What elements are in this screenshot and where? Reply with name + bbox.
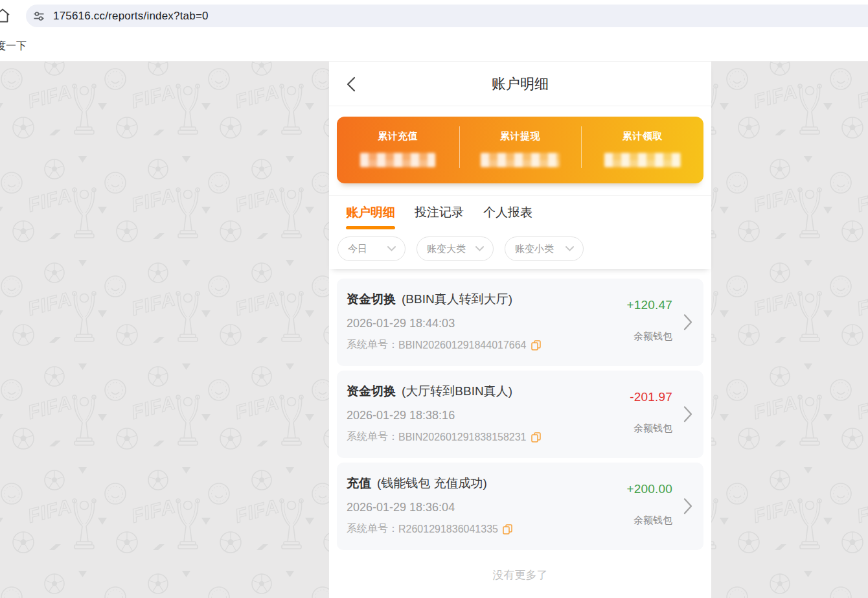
stat-total-deposit: 累计充值	[337, 117, 459, 183]
chevron-down-icon	[565, 246, 574, 251]
filter-label: 今日	[348, 243, 367, 255]
tab-personal-report[interactable]: 个人报表	[483, 204, 532, 229]
filter-date-dropdown[interactable]: 今日	[337, 236, 405, 261]
order-number: BBIN202601291838158231	[398, 431, 527, 443]
site-settings-icon[interactable]	[33, 10, 45, 22]
transaction-datetime: 2026-01-29 18:36:04	[347, 501, 606, 514]
tab-account-detail[interactable]: 账户明细	[346, 204, 395, 229]
stat-value-blurred	[604, 153, 681, 167]
bookmarks-bar: 度一下	[0, 31, 868, 62]
order-number: R2601291836041335	[398, 523, 498, 535]
transaction-order-line: 系统单号： BBIN202601291844017664	[347, 338, 606, 352]
report-header-section: 账户明细 累计充值 累计提现 累计领取 账户明细 投注记录	[329, 62, 711, 269]
order-number: BBIN202601291844017664	[398, 339, 527, 351]
chevron-right-icon[interactable]	[683, 314, 692, 330]
transaction-datetime: 2026-01-29 18:38:16	[347, 409, 606, 422]
transaction-row[interactable]: 资金切换(BBIN真人转到大厅) 2026-01-29 18:44:03 系统单…	[337, 279, 703, 366]
transaction-type: 资金切换	[347, 384, 396, 398]
transaction-type: 充值	[347, 476, 371, 490]
order-label: 系统单号：	[347, 430, 398, 444]
order-label: 系统单号：	[347, 338, 398, 352]
page-title: 账户明细	[329, 62, 711, 106]
transaction-note: (BBIN真人转到大厅)	[402, 292, 512, 306]
stat-value-blurred	[360, 153, 435, 167]
stat-total-claimed: 累计领取	[581, 117, 703, 183]
filter-minor-type-dropdown[interactable]: 账变小类	[505, 236, 584, 261]
tab-bet-records[interactable]: 投注记录	[415, 204, 464, 229]
order-label: 系统单号：	[347, 522, 398, 536]
transaction-amount-block: +200.00 余额钱包	[626, 482, 672, 527]
transaction-note: (钱能钱包 充值成功)	[377, 476, 487, 490]
stat-total-withdraw: 累计提现	[459, 117, 582, 183]
stat-label: 累计提现	[459, 130, 582, 143]
transaction-order-line: 系统单号： BBIN202601291838158231	[347, 430, 606, 444]
copy-icon[interactable]	[503, 524, 512, 535]
filter-label: 账变小类	[515, 243, 554, 255]
bookmark-item[interactable]: 度一下	[0, 40, 27, 53]
transaction-row[interactable]: 充值(钱能钱包 充值成功) 2026-01-29 18:36:04 系统单号： …	[337, 463, 703, 550]
copy-icon[interactable]	[531, 432, 541, 443]
transaction-row[interactable]: 资金切换(大厅转到BBIN真人) 2026-01-29 18:38:16 系统单…	[337, 371, 703, 458]
chevron-right-icon[interactable]	[683, 406, 692, 422]
browser-toolbar: 175616.cc/reports/index?tab=0	[0, 0, 868, 31]
transaction-type: 资金切换	[347, 292, 396, 306]
stat-label: 累计充值	[337, 130, 459, 143]
transaction-list: 资金切换(BBIN真人转到大厅) 2026-01-29 18:44:03 系统单…	[329, 269, 711, 598]
transaction-note: (大厅转到BBIN真人)	[402, 384, 512, 398]
list-end-text: 没有更多了	[337, 568, 703, 582]
report-tabs: 账户明细 投注记录 个人报表	[329, 196, 711, 229]
transaction-amount-block: +120.47 余额钱包	[626, 298, 672, 343]
filter-label: 账变大类	[427, 243, 466, 255]
wallet-label: 余额钱包	[626, 514, 672, 527]
wallet-label: 余额钱包	[630, 422, 672, 435]
home-icon[interactable]	[0, 8, 10, 23]
filter-major-type-dropdown[interactable]: 账变大类	[417, 236, 494, 261]
title-bar: 账户明细	[329, 62, 711, 106]
transaction-amount-block: -201.97 余额钱包	[630, 390, 672, 435]
chevron-down-icon	[475, 246, 484, 251]
transaction-amount: -201.97	[630, 390, 672, 404]
stat-value-blurred	[481, 153, 560, 167]
chevron-down-icon	[387, 246, 396, 251]
filter-row: 今日 账变大类 账变小类	[329, 229, 711, 261]
transaction-amount: +120.47	[626, 298, 672, 312]
transaction-title: 资金切换(BBIN真人转到大厅)	[347, 291, 606, 308]
transaction-datetime: 2026-01-29 18:44:03	[347, 317, 606, 330]
back-button[interactable]	[347, 76, 356, 92]
address-bar[interactable]: 175616.cc/reports/index?tab=0	[26, 5, 868, 27]
stat-label: 累计领取	[581, 130, 703, 143]
copy-icon[interactable]	[531, 340, 541, 351]
wallet-label: 余额钱包	[626, 330, 672, 343]
summary-stats-card: 累计充值 累计提现 累计领取	[337, 117, 703, 183]
transaction-order-line: 系统单号： R2601291836041335	[347, 522, 606, 536]
transaction-title: 充值(钱能钱包 充值成功)	[347, 475, 606, 492]
account-report-panel: 账户明细 累计充值 累计提现 累计领取 账户明细 投注记录	[329, 62, 711, 598]
transaction-amount: +200.00	[626, 482, 672, 496]
page-background: FIFA	[0, 62, 868, 598]
transaction-title: 资金切换(大厅转到BBIN真人)	[347, 383, 606, 400]
chevron-right-icon[interactable]	[683, 498, 692, 514]
url-text[interactable]: 175616.cc/reports/index?tab=0	[53, 10, 209, 23]
